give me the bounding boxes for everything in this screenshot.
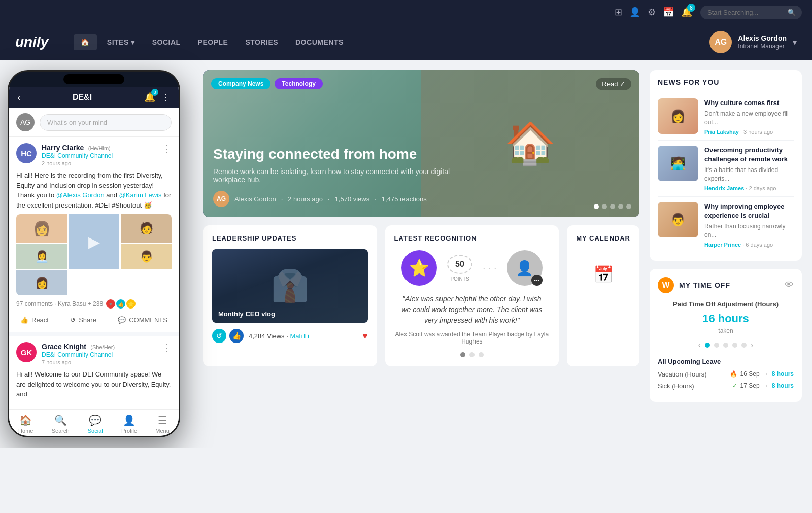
reaction-icons: ♥ 👍 ⭐ bbox=[106, 299, 136, 309]
carousel-dot-5[interactable] bbox=[741, 343, 747, 348]
post-1-meta: Harry Clarke (He/Him) DE&I Community Cha… bbox=[42, 143, 162, 166]
home-icon: 🏠 bbox=[19, 414, 32, 426]
post-image-6: 👩 bbox=[16, 270, 67, 295]
mention-alexis[interactable]: @Alexis Gordon bbox=[56, 191, 105, 199]
nav-social[interactable]: SOCIAL bbox=[145, 34, 188, 50]
hero-dot-2[interactable] bbox=[602, 204, 607, 209]
post-2-channel[interactable]: DE&I Community Channel bbox=[42, 351, 162, 358]
rec-dot-3[interactable] bbox=[479, 352, 484, 357]
hero-dot-5[interactable] bbox=[626, 204, 631, 209]
phone-nav-menu[interactable]: ☰ Menu bbox=[155, 414, 170, 434]
notification-badge: 8 bbox=[687, 4, 695, 12]
post-1-more-icon[interactable]: ⋮ bbox=[162, 143, 172, 154]
hero-author-avatar: AG bbox=[213, 191, 229, 207]
vacation-meta: 🔥 16 Sep → 8 hours bbox=[730, 370, 794, 378]
heart-icon[interactable]: ♥ bbox=[362, 331, 368, 341]
hero-views: 1,570 views bbox=[335, 195, 370, 203]
hero-separator: · bbox=[281, 195, 283, 203]
hero-dot-3[interactable] bbox=[610, 204, 615, 209]
search-input[interactable] bbox=[707, 9, 784, 16]
post-image-1: 👩 bbox=[16, 214, 67, 243]
post-image-5: 👨 bbox=[121, 244, 172, 269]
phone-bell-icon[interactable]: 🔔 8 bbox=[144, 92, 155, 103]
carousel-dot-1[interactable] bbox=[705, 343, 710, 348]
phone-nav-profile[interactable]: 👤 Profile bbox=[121, 414, 137, 434]
mention-karim[interactable]: @Karim Lewis bbox=[119, 191, 162, 199]
news-item-1[interactable]: 👩 Why culture comes first Don't make a n… bbox=[658, 93, 794, 141]
settings-icon[interactable]: ⚙ bbox=[648, 7, 656, 18]
video-label: Monthly CEO vlog bbox=[218, 310, 275, 318]
post-2-more-icon[interactable]: ⋮ bbox=[162, 342, 172, 353]
hero-tag-tech[interactable]: Technology bbox=[275, 78, 322, 89]
main-content: 🏠 Company News Technology Read ✓ Staying… bbox=[193, 60, 650, 448]
carousel-next[interactable]: › bbox=[751, 340, 753, 350]
hero-dot-1[interactable] bbox=[594, 204, 599, 209]
timeoff-hours-number: 16 hours bbox=[702, 312, 749, 325]
nav-documents[interactable]: DOCUMENTS bbox=[288, 34, 351, 50]
search-bar[interactable]: 🔍 bbox=[700, 6, 802, 19]
nav-stories[interactable]: STORIES bbox=[238, 34, 285, 50]
news-thumb-1: 👩 bbox=[658, 98, 698, 134]
nav-people[interactable]: PEOPLE bbox=[191, 34, 235, 50]
carousel-dot-4[interactable] bbox=[732, 343, 737, 348]
recognition-points-row: ⭐ 50 POINTS · · · 👤 ••• bbox=[394, 250, 550, 286]
post-1-time: 2 hours ago bbox=[42, 160, 162, 166]
rec-dot-1[interactable] bbox=[460, 352, 465, 357]
hero-title: Staying connected from home bbox=[213, 146, 629, 162]
carousel-dot-2[interactable] bbox=[714, 343, 719, 348]
hero-banner: 🏠 Company News Technology Read ✓ Staying… bbox=[203, 70, 639, 217]
phone-nav-home[interactable]: 🏠 Home bbox=[18, 414, 33, 434]
comments-button[interactable]: 💬 COMMENTS bbox=[114, 314, 172, 326]
phone-mockup: ‹ DE&I 🔔 8 ⋮ AG What's on your mind bbox=[8, 70, 180, 437]
logo[interactable]: unily bbox=[15, 34, 48, 50]
carousel-prev[interactable]: ‹ bbox=[698, 340, 701, 350]
visibility-icon[interactable]: 👁 bbox=[785, 280, 794, 290]
phone-nav-social[interactable]: 💬 Social bbox=[88, 414, 103, 434]
carousel-dot-3[interactable] bbox=[723, 343, 728, 348]
hero-read-button[interactable]: Read ✓ bbox=[596, 78, 631, 90]
back-button[interactable]: ‹ bbox=[17, 92, 20, 103]
leave-item-vacation: Vacation (Hours) 🔥 16 Sep → 8 hours bbox=[658, 370, 794, 378]
star-badge-icon: ⭐ bbox=[401, 250, 437, 286]
timeoff-w-icon: W bbox=[658, 277, 674, 293]
timeoff-title: MY TIME OFF bbox=[679, 281, 780, 289]
phone-notch-bar bbox=[63, 74, 124, 84]
more-options-icon[interactable]: ••• bbox=[531, 275, 543, 286]
phone-more-icon[interactable]: ⋮ bbox=[161, 92, 171, 103]
recognition-byline: Alex Scott was awarded the Team Player b… bbox=[394, 331, 550, 345]
compose-input[interactable]: What's on your mind bbox=[40, 114, 172, 131]
news-item-2[interactable]: 🧑‍💻 Overcoming productivity challenges o… bbox=[658, 141, 794, 197]
apps-icon[interactable]: ⊞ bbox=[615, 7, 622, 18]
post-2-name: Grace Knight (She/Her) bbox=[42, 342, 162, 351]
leadership-panel: LEADERSHIP UPDATES 👔 ▶ Monthly CEO vlog … bbox=[203, 225, 377, 366]
calendar-placeholder: 📅 bbox=[576, 249, 630, 300]
video-author-link[interactable]: Mali Li bbox=[290, 332, 309, 340]
flame-icon: 🔥 bbox=[730, 370, 737, 378]
video-thumbnail[interactable]: 👔 ▶ Monthly CEO vlog bbox=[212, 249, 368, 323]
share-button[interactable]: ↺ Share bbox=[66, 314, 100, 326]
news-item-3[interactable]: 👨 Why improving employee experience is c… bbox=[658, 197, 794, 253]
react-button[interactable]: 👍 React bbox=[16, 314, 53, 326]
thumb-up-icon[interactable]: 👍 bbox=[229, 329, 244, 343]
phone-nav-search[interactable]: 🔍 Search bbox=[52, 414, 70, 434]
post-1-header: HC Harry Clarke (He/Him) DE&I Community … bbox=[16, 143, 172, 166]
timeoff-hours: 16 hours bbox=[658, 312, 794, 325]
hero-tag-company[interactable]: Company News bbox=[211, 78, 270, 89]
hero-dot-4[interactable] bbox=[618, 204, 623, 209]
nav-sites[interactable]: SITES ▾ bbox=[100, 34, 142, 50]
user-icon[interactable]: 👤 bbox=[629, 7, 640, 18]
points-display: 50 POINTS bbox=[447, 255, 472, 282]
user-area[interactable]: AG Alexis Gordon Intranet Manager ▾ bbox=[709, 31, 797, 53]
timeoff-header: W MY TIME OFF 👁 bbox=[658, 277, 794, 293]
hero-tags: Company News Technology bbox=[211, 78, 323, 89]
post-image-4: 👩‍💼 bbox=[16, 244, 67, 269]
news-title-2: Overcoming productivity challenges of re… bbox=[704, 146, 794, 164]
nav-home[interactable]: 🏠 bbox=[74, 34, 97, 50]
refresh-icon[interactable]: ↺ bbox=[212, 329, 226, 343]
bell-icon[interactable]: 🔔 8 bbox=[681, 7, 692, 18]
rec-dot-2[interactable] bbox=[469, 352, 475, 357]
calendar-icon[interactable]: 📅 bbox=[663, 7, 674, 18]
phone-header-right: 🔔 8 ⋮ bbox=[144, 92, 171, 103]
post-1-channel[interactable]: DE&I Community Channel bbox=[42, 152, 162, 159]
reaction-heart: ♥ bbox=[106, 299, 115, 309]
